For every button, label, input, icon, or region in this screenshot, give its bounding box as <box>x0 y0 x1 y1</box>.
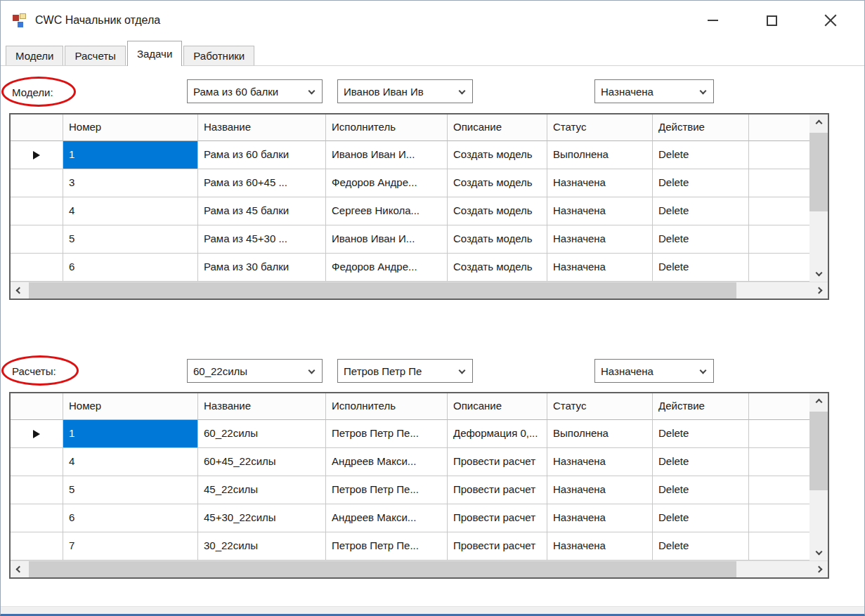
grid-cell[interactable]: 30_22силы <box>198 532 326 561</box>
column-header[interactable]: Статус <box>547 114 653 141</box>
minimize-button[interactable] <box>683 1 742 40</box>
grid-cell[interactable]: Назначена <box>547 169 653 197</box>
delete-button[interactable]: Delete <box>653 532 749 561</box>
grid-cell[interactable]: Назначена <box>547 225 653 254</box>
grid-cell[interactable]: Петров Петр Пе... <box>326 420 448 448</box>
row-header[interactable] <box>11 225 63 254</box>
grid-cell[interactable]: 3 <box>63 169 198 197</box>
grid-cell[interactable]: Рама из 30 балки <box>198 254 326 282</box>
grid-corner-header[interactable] <box>11 114 63 141</box>
row-header[interactable] <box>11 532 63 561</box>
tab-workers[interactable]: Работники <box>183 46 254 65</box>
calc-executor-filter-dropdown[interactable]: Петров Петр Пе <box>337 359 473 383</box>
grid-cell[interactable]: 7 <box>63 532 198 561</box>
delete-button[interactable]: Delete <box>653 476 749 504</box>
grid-cell[interactable]: 5 <box>63 476 198 504</box>
grid-cell[interactable]: Рама из 45+30 ... <box>198 225 326 254</box>
delete-button[interactable]: Delete <box>653 420 749 448</box>
model-name-filter-dropdown[interactable]: Рама из 60 балки <box>187 79 323 103</box>
grid-cell[interactable]: Деформация 0,... <box>448 420 547 448</box>
scroll-down-button[interactable] <box>809 543 828 561</box>
row-header[interactable] <box>11 197 63 225</box>
grid-cell[interactable]: Андреев Макси... <box>326 448 448 476</box>
grid-cell[interactable]: Провести расчет <box>448 504 547 532</box>
grid-cell[interactable]: Назначена <box>547 448 653 476</box>
model-executor-filter-dropdown[interactable]: Иванов Иван Ив <box>337 79 473 103</box>
grid-cell[interactable]: 1 <box>63 141 198 169</box>
maximize-button[interactable] <box>742 1 801 40</box>
vertical-scroll-thumb[interactable] <box>809 412 828 490</box>
row-header[interactable] <box>11 504 63 532</box>
grid-cell[interactable]: Федоров Андре... <box>326 254 448 282</box>
column-header[interactable]: Номер <box>63 393 198 420</box>
grid-cell[interactable]: 1 <box>63 420 198 448</box>
grid-cell[interactable]: Провести расчет <box>448 532 547 561</box>
column-header[interactable]: Название <box>198 393 326 420</box>
row-header[interactable] <box>11 476 63 504</box>
grid-cell[interactable]: 4 <box>63 448 198 476</box>
grid-cell[interactable]: Создать модель <box>448 141 547 169</box>
calc-status-filter-dropdown[interactable]: Назначена <box>594 359 714 383</box>
scroll-left-button[interactable] <box>11 282 28 299</box>
grid-cell[interactable]: Петров Петр Пе... <box>326 532 448 561</box>
column-header[interactable]: Исполнитель <box>326 114 448 141</box>
grid-cell[interactable]: Петров Петр Пе... <box>326 476 448 504</box>
vertical-scrollbar[interactable] <box>809 393 828 561</box>
column-header[interactable]: Действие <box>653 114 749 141</box>
horizontal-scrollbar[interactable] <box>11 561 828 577</box>
tab-calculations[interactable]: Расчеты <box>65 46 126 65</box>
row-header[interactable] <box>11 420 63 448</box>
column-header[interactable]: Описание <box>448 114 547 141</box>
delete-button[interactable]: Delete <box>653 169 749 197</box>
delete-button[interactable]: Delete <box>653 197 749 225</box>
grid-corner-header[interactable] <box>11 393 63 420</box>
grid-cell[interactable]: 45+30_22силы <box>198 504 326 532</box>
grid-cell[interactable]: Выполнена <box>547 420 653 448</box>
grid-cell[interactable]: 4 <box>63 197 198 225</box>
grid-cell[interactable]: Создать модель <box>448 197 547 225</box>
scroll-up-button[interactable] <box>809 114 828 132</box>
grid-cell[interactable]: 5 <box>63 225 198 254</box>
row-header[interactable] <box>11 448 63 476</box>
vertical-scroll-thumb[interactable] <box>809 133 828 211</box>
delete-button[interactable]: Delete <box>653 225 749 254</box>
grid-cell[interactable]: 60+45_22силы <box>198 448 326 476</box>
scroll-up-button[interactable] <box>809 393 828 411</box>
horizontal-scroll-thumb[interactable] <box>29 282 736 299</box>
grid-cell[interactable]: Назначена <box>547 504 653 532</box>
close-button[interactable] <box>801 1 860 40</box>
grid-cell[interactable]: 60_22силы <box>198 420 326 448</box>
horizontal-scroll-thumb[interactable] <box>29 561 736 577</box>
scroll-down-button[interactable] <box>809 264 828 282</box>
row-header[interactable] <box>11 141 63 169</box>
column-header[interactable]: Действие <box>653 393 749 420</box>
grid-cell[interactable]: Назначена <box>547 254 653 282</box>
scroll-left-button[interactable] <box>11 561 28 577</box>
row-header[interactable] <box>11 169 63 197</box>
row-header[interactable] <box>11 254 63 282</box>
grid-cell[interactable]: Андреев Макси... <box>326 504 448 532</box>
grid-cell[interactable]: Создать модель <box>448 169 547 197</box>
grid-cell[interactable]: 6 <box>63 504 198 532</box>
grid-cell[interactable]: Создать модель <box>448 225 547 254</box>
scroll-right-button[interactable] <box>810 282 828 299</box>
grid-cell[interactable]: 45_22силы <box>198 476 326 504</box>
grid-cell[interactable]: Рама из 45 балки <box>198 197 326 225</box>
delete-button[interactable]: Delete <box>653 448 749 476</box>
calc-name-filter-dropdown[interactable]: 60_22силы <box>187 359 323 383</box>
horizontal-scrollbar[interactable] <box>11 282 828 299</box>
grid-cell[interactable]: Назначена <box>547 476 653 504</box>
grid-cell[interactable]: Иванов Иван И... <box>326 141 448 169</box>
scroll-right-button[interactable] <box>810 561 828 577</box>
delete-button[interactable]: Delete <box>653 254 749 282</box>
grid-cell[interactable]: Рама из 60 балки <box>198 141 326 169</box>
delete-button[interactable]: Delete <box>653 504 749 532</box>
column-header[interactable]: Номер <box>63 114 198 141</box>
tab-models[interactable]: Модели <box>6 46 63 65</box>
tab-tasks[interactable]: Задачи <box>127 41 182 66</box>
grid-cell[interactable]: Федоров Андре... <box>326 169 448 197</box>
grid-cell[interactable]: Создать модель <box>448 254 547 282</box>
grid-cell[interactable]: Рама из 60+45 ... <box>198 169 326 197</box>
grid-cell[interactable]: Провести расчет <box>448 448 547 476</box>
grid-cell[interactable]: Выполнена <box>547 141 653 169</box>
